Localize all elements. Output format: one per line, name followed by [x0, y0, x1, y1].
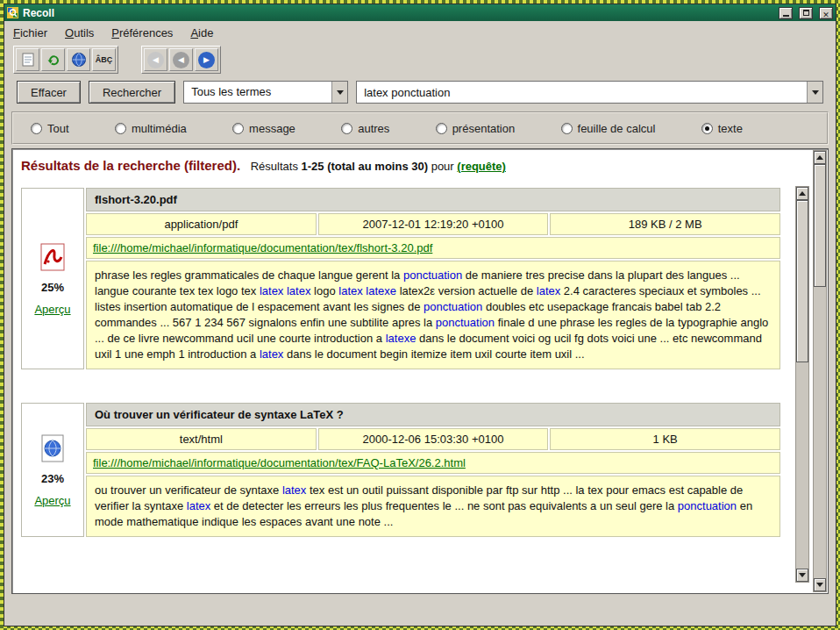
results-prefix: Résultats	[251, 160, 298, 173]
close-icon	[822, 5, 829, 21]
result-url-link[interactable]: file:///home/michael/informatique/docume…	[93, 456, 466, 469]
close-button[interactable]	[819, 7, 833, 19]
minimize-button[interactable]	[779, 7, 793, 19]
filter-radio-option[interactable]: texte	[701, 122, 743, 135]
chevron-down-icon[interactable]	[807, 82, 822, 103]
globe-button[interactable]	[67, 48, 90, 71]
results-inner-scrollbar[interactable]	[795, 186, 809, 583]
results-header: Résultats de la recherche (filtered). Ré…	[12, 149, 828, 178]
menu-aide[interactable]: Aide	[190, 26, 213, 39]
result-title: Où trouver un vérificateur de syntaxe La…	[86, 403, 780, 426]
filter-label: message	[249, 122, 295, 135]
document-icon	[20, 52, 36, 68]
scrollbar-thumb[interactable]	[814, 164, 826, 287]
pdf-file-icon	[38, 242, 68, 272]
result-mime-type: application/pdf	[86, 213, 317, 235]
window-frame: Recoll Fichier Outils Préférences Aide	[0, 0, 840, 630]
relevance-percent: 25%	[41, 281, 64, 294]
result-item: 23% Aperçu Où trouver un vérificateur de…	[21, 403, 780, 537]
filter-radio-option[interactable]: Tout	[31, 122, 69, 135]
filter-label: texte	[718, 122, 743, 135]
scroll-down-button[interactable]	[814, 578, 826, 591]
arrow-up-icon	[816, 152, 823, 160]
scrollbar-track[interactable]	[796, 200, 808, 569]
results-connector: pour	[431, 160, 454, 173]
previous-page-button[interactable]	[169, 48, 193, 71]
filter-label: feuille de calcul	[578, 122, 656, 135]
first-page-icon	[147, 52, 164, 68]
scrollbar-thumb[interactable]	[796, 200, 808, 362]
result-info-row: application/pdf 2007-12-01 12:19:20 +010…	[86, 213, 780, 235]
search-mode-combobox[interactable]: Tous les termes	[183, 81, 348, 104]
menubar: Fichier Outils Préférences Aide	[5, 22, 835, 43]
result-date: 2007-12-01 12:19:20 +0100	[318, 213, 549, 235]
arrow-up-icon	[799, 188, 806, 196]
result-mime-type: text/html	[86, 428, 317, 450]
preview-link[interactable]: Aperçu	[34, 494, 70, 507]
menu-fichier[interactable]: Fichier	[13, 26, 47, 39]
search-query-combobox	[356, 81, 823, 104]
term-explorer-button[interactable]: ÂBÇ	[92, 48, 116, 71]
result-item: 25% Aperçu flshort-3.20.pdf application/…	[21, 188, 780, 369]
app-icon	[7, 7, 18, 18]
results-outer-scrollbar[interactable]	[813, 150, 827, 592]
arrow-down-icon	[816, 583, 823, 591]
radio-icon	[232, 123, 244, 134]
toolbar-nav-group	[141, 46, 221, 74]
result-side-panel: 25% Aperçu	[21, 188, 84, 369]
result-date: 2000-12-06 15:03:30 +0100	[318, 428, 549, 450]
previous-page-icon	[173, 52, 189, 68]
filter-radio-option[interactable]: feuille de calcul	[561, 122, 656, 135]
filter-label: autres	[358, 122, 389, 135]
filter-label: Tout	[47, 122, 69, 135]
first-page-button[interactable]	[144, 48, 167, 71]
menu-preferences[interactable]: Préférences	[111, 26, 173, 39]
filter-label: multimédia	[132, 122, 187, 135]
query-detail-link[interactable]: (requête)	[457, 160, 506, 173]
update-index-button[interactable]	[41, 48, 65, 71]
filter-radio-option[interactable]: message	[232, 122, 295, 135]
arrow-down-icon	[799, 573, 806, 581]
result-abstract: ou trouver un verificateur de syntaxe la…	[86, 476, 780, 537]
globe-icon	[71, 52, 87, 68]
filter-radio-option[interactable]: multimédia	[115, 122, 187, 135]
maximize-icon	[803, 10, 809, 16]
radio-icon	[701, 123, 713, 134]
search-button[interactable]: Rechercher	[89, 81, 175, 104]
search-query-input[interactable]	[357, 82, 807, 103]
result-url-row: file:///home/michael/informatique/docume…	[86, 452, 780, 474]
scrollbar-track[interactable]	[814, 164, 826, 578]
abc-icon: ÂBÇ	[96, 55, 113, 64]
maximize-button[interactable]	[799, 7, 813, 19]
filter-radio-option[interactable]: présentation	[436, 122, 516, 135]
next-page-icon	[198, 52, 215, 68]
toolbar: ÂBÇ	[5, 45, 835, 75]
results-range: 1-25 (total au moins 30)	[302, 160, 428, 173]
radio-icon	[436, 123, 447, 134]
window-title: Recoll	[23, 7, 772, 19]
titlebar[interactable]: Recoll	[4, 4, 836, 21]
scroll-down-button[interactable]	[796, 569, 808, 582]
relevance-percent: 23%	[41, 472, 64, 485]
result-title: flshort-3.20.pdf	[86, 188, 780, 211]
menu-outils[interactable]: Outils	[65, 26, 94, 39]
next-page-button[interactable]	[195, 48, 218, 71]
radio-icon	[561, 123, 573, 134]
results-area: Résultats de la recherche (filtered). Ré…	[11, 148, 829, 594]
result-list: 25% Aperçu flshort-3.20.pdf application/…	[21, 188, 780, 591]
clear-list-button[interactable]	[16, 48, 39, 71]
radio-icon	[341, 123, 352, 134]
preview-link[interactable]: Aperçu	[34, 303, 70, 316]
result-url-link[interactable]: file:///home/michael/informatique/docume…	[93, 241, 432, 254]
chevron-down-icon[interactable]	[331, 82, 347, 103]
toolbar-main-group: ÂBÇ	[13, 46, 118, 74]
search-mode-value: Tous les termes	[184, 82, 331, 103]
result-main: Où trouver un vérificateur de syntaxe La…	[86, 403, 780, 537]
clear-search-button[interactable]: Effacer	[17, 81, 81, 104]
scroll-up-button[interactable]	[796, 187, 808, 200]
filter-radio-option[interactable]: autres	[341, 122, 389, 135]
recoll-window: Recoll Fichier Outils Préférences Aide	[4, 4, 836, 626]
result-size: 189 KB / 2 MB	[550, 213, 780, 235]
scroll-up-button[interactable]	[814, 151, 826, 164]
radio-icon	[115, 123, 126, 134]
